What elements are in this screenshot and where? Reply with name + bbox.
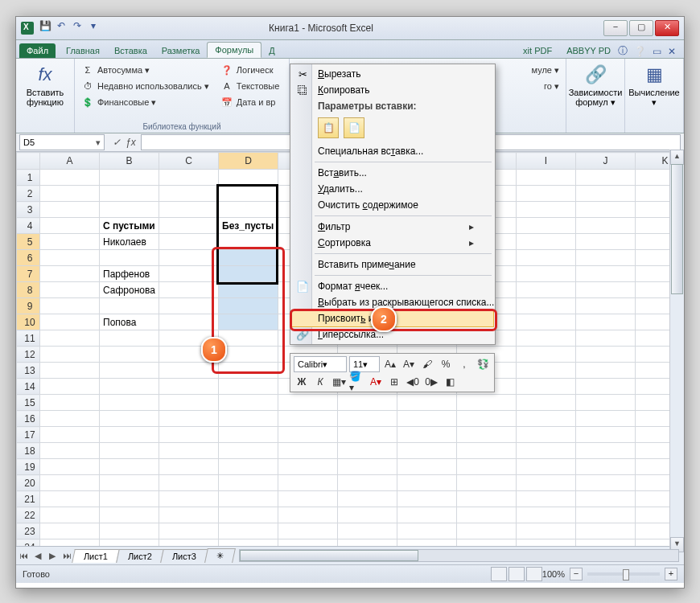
insert-function-button[interactable]: fx Вставитьфункцию [23, 62, 68, 131]
zoom-out-button[interactable]: − [570, 568, 583, 580]
horizontal-scrollbar[interactable] [239, 549, 679, 562]
cell-G18[interactable] [397, 443, 457, 459]
tab-layout[interactable]: Разметка [154, 43, 208, 58]
cell-A6[interactable] [40, 250, 100, 266]
cell-C18[interactable] [159, 443, 219, 459]
cell-J10[interactable] [576, 314, 636, 330]
cell-B18[interactable] [100, 443, 159, 459]
comma-button[interactable]: , [456, 357, 472, 371]
cell-D17[interactable] [219, 427, 278, 443]
row-header-14[interactable]: 14 [17, 379, 40, 395]
zoom-slider-thumb[interactable] [623, 569, 629, 580]
cell-G20[interactable] [397, 475, 457, 491]
cell-G24[interactable] [397, 539, 457, 547]
sheet-nav-next[interactable]: ▶ [45, 551, 60, 561]
row-header-5[interactable]: 5 [17, 234, 40, 250]
cell-I2[interactable] [517, 186, 576, 202]
cell-B10[interactable]: Попова [100, 314, 159, 330]
cell-B15[interactable] [100, 395, 159, 411]
col-header-A[interactable]: A [40, 153, 100, 170]
cell-J20[interactable] [576, 475, 636, 491]
cell-C2[interactable] [159, 186, 219, 202]
cell-C15[interactable] [159, 395, 219, 411]
datetime-functions-button[interactable]: 📅Дата и вр [220, 94, 280, 110]
formula-accept-icon[interactable]: ✓ [108, 137, 126, 148]
cell-J16[interactable] [576, 411, 636, 427]
cell-J1[interactable] [576, 170, 636, 186]
cell-H16[interactable] [457, 411, 517, 427]
cell-J13[interactable] [576, 363, 636, 379]
cell-B7[interactable]: Парфенов [100, 266, 159, 282]
cell-C14[interactable] [159, 379, 219, 395]
sheet-tab-3[interactable]: Лист3 [160, 549, 208, 563]
cell-C17[interactable] [159, 427, 219, 443]
cell-D22[interactable] [219, 507, 278, 523]
cell-H19[interactable] [457, 459, 517, 475]
new-sheet-button[interactable]: ✳ [204, 548, 236, 563]
cell-C8[interactable] [159, 282, 219, 298]
format-painter-button[interactable]: ◧ [442, 375, 458, 389]
vertical-scrollbar[interactable]: ▲ ▼ [669, 150, 684, 552]
italic-button[interactable]: К [312, 375, 328, 389]
cell-J11[interactable] [576, 330, 636, 347]
ctx-insert-comment[interactable]: Вставить примечание [292, 256, 493, 273]
qat-undo-icon[interactable]: ↶ [55, 19, 68, 32]
cell-D12[interactable] [219, 347, 278, 363]
cell-B4[interactable]: С пустыми [100, 218, 159, 234]
cell-B6[interactable] [100, 250, 159, 266]
ctx-clear[interactable]: Очистить содержимое [292, 197, 493, 213]
cell-D2[interactable] [219, 186, 278, 202]
cell-B11[interactable] [100, 330, 159, 347]
cell-B2[interactable] [100, 186, 159, 202]
cell-J7[interactable] [576, 266, 636, 282]
scroll-up-button[interactable]: ▲ [670, 150, 684, 165]
cell-C13[interactable] [159, 363, 219, 379]
row-header-8[interactable]: 8 [17, 282, 40, 298]
percent-button[interactable]: % [438, 357, 454, 371]
cell-I17[interactable] [517, 427, 576, 443]
fill-color-button[interactable]: 🪣▾ [349, 375, 365, 389]
row-header-3[interactable]: 3 [17, 202, 40, 218]
cell-G23[interactable] [397, 523, 457, 539]
view-pagelayout-button[interactable] [509, 567, 525, 581]
text-functions-button[interactable]: AТекстовые [220, 78, 280, 94]
cell-C9[interactable] [159, 298, 219, 314]
cell-E16[interactable] [278, 411, 338, 427]
qat-redo-icon[interactable]: ↷ [71, 19, 84, 32]
text-color-button[interactable]: A▾ [368, 375, 384, 389]
col-header-D[interactable]: D [219, 153, 278, 170]
cell-A3[interactable] [40, 202, 100, 218]
grow-font-button[interactable]: A▴ [382, 357, 398, 371]
cell-B1[interactable] [100, 170, 159, 186]
cell-A2[interactable] [40, 186, 100, 202]
cell-D13[interactable] [219, 363, 278, 379]
qat-dropdown-icon[interactable]: ▾ [87, 19, 100, 32]
cell-C1[interactable] [159, 170, 219, 186]
cell-A24[interactable] [40, 539, 100, 547]
cell-J18[interactable] [576, 443, 636, 459]
ctx-format-cells[interactable]: 📄 Формат ячеек... [292, 278, 493, 294]
scroll-thumb[interactable] [671, 164, 683, 294]
cell-G21[interactable] [397, 491, 457, 507]
cell-J8[interactable] [576, 282, 636, 298]
cell-D10[interactable] [219, 314, 278, 330]
cell-C23[interactable] [159, 523, 219, 539]
cell-J19[interactable] [576, 459, 636, 475]
cell-H17[interactable] [457, 427, 517, 443]
cell-A19[interactable] [40, 459, 100, 475]
cell-E15[interactable] [278, 395, 338, 411]
cell-I23[interactable] [517, 523, 576, 539]
cell-B16[interactable] [100, 411, 159, 427]
cell-A8[interactable] [40, 282, 100, 298]
row-header-16[interactable]: 16 [17, 411, 40, 427]
cell-B22[interactable] [100, 507, 159, 523]
cell-A9[interactable] [40, 298, 100, 314]
cell-J14[interactable] [576, 379, 636, 395]
row-header-2[interactable]: 2 [17, 186, 40, 202]
row-header-19[interactable]: 19 [17, 459, 40, 475]
row-header-10[interactable]: 10 [17, 314, 40, 330]
cell-B3[interactable] [100, 202, 159, 218]
cell-G19[interactable] [397, 459, 457, 475]
cell-D21[interactable] [219, 491, 278, 507]
row-header-22[interactable]: 22 [17, 507, 40, 523]
